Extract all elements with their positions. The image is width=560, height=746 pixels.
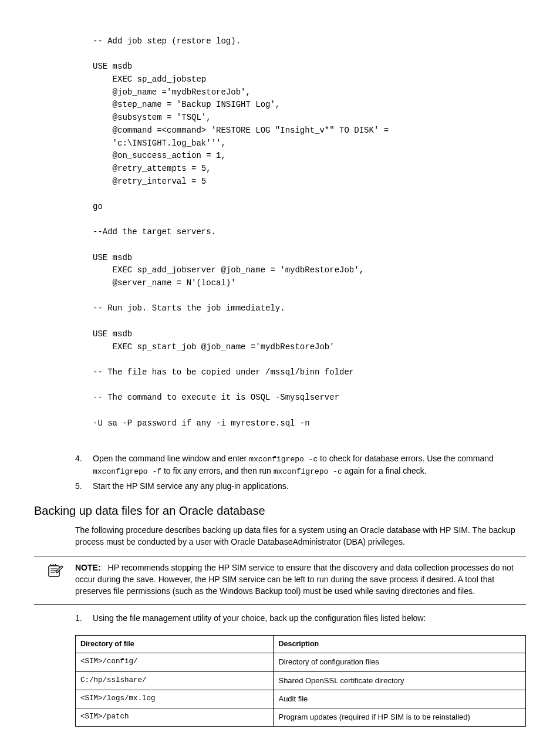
file-path: <SIM>/patch [76, 708, 274, 726]
continued-steps: 4. Open the command line window and ente… [75, 453, 526, 492]
text: Open the command line window and enter [93, 454, 249, 463]
section-heading: Backing up data files for an Oracle data… [34, 502, 526, 519]
table-row: <SIM>/patchProgram updates (required if … [76, 708, 526, 726]
text: again for a final check. [342, 466, 427, 475]
intro-paragraph: The following procedure describes backin… [75, 525, 526, 548]
step-text: Open the command line window and enter m… [93, 453, 526, 477]
note-body: HP recommends stopping the HP SIM servic… [75, 563, 514, 595]
file-description: Directory of configuration files [274, 653, 526, 671]
table-row: <SIM>/config/Directory of configuration … [76, 653, 526, 671]
table-header-directory: Directory of file [76, 635, 274, 653]
file-description: Program updates (required if HP SIM is t… [274, 708, 526, 726]
step-text: Start the HP SIM service any any plug-in… [93, 481, 526, 492]
file-description: Shared OpenSSL certificate directory [274, 671, 526, 690]
note-label: NOTE: [75, 563, 101, 572]
step-text: Using the file management utility of you… [93, 613, 526, 625]
table-row: <SIM>/logs/mx.logAudit file [76, 690, 526, 708]
step-5: 5. Start the HP SIM service any any plug… [75, 481, 526, 492]
note-icon [34, 562, 75, 597]
step-4: 4. Open the command line window and ente… [75, 453, 526, 477]
command: mxconfigrepo -c [274, 467, 342, 476]
table-row: C:/hp/sslshare/Shared OpenSSL certificat… [76, 671, 526, 690]
step-number: 4. [75, 453, 93, 477]
table-header-description: Description [274, 635, 526, 653]
file-path: <SIM>/logs/mx.log [76, 690, 274, 708]
config-files-table: Directory of file Description <SIM>/conf… [75, 635, 526, 727]
file-path: <SIM>/config/ [76, 653, 274, 671]
oracle-steps: 1. Using the file management utility of … [75, 613, 526, 625]
file-path: C:/hp/sslshare/ [76, 671, 274, 690]
note-block: NOTE:HP recommends stopping the HP SIM s… [34, 556, 526, 605]
command: mxconfigrepo -c [249, 455, 318, 464]
step-number: 5. [75, 481, 93, 492]
text: to check for database errors. Use the co… [318, 454, 494, 463]
file-description: Audit file [274, 690, 526, 708]
code-block: -- Add job step (restore log). USE msdb … [93, 35, 526, 430]
command: mxconfigrepo -f [93, 467, 161, 476]
step-1: 1. Using the file management utility of … [75, 613, 526, 625]
text: to fix any errors, and then run [161, 466, 274, 475]
step-number: 1. [75, 613, 93, 625]
